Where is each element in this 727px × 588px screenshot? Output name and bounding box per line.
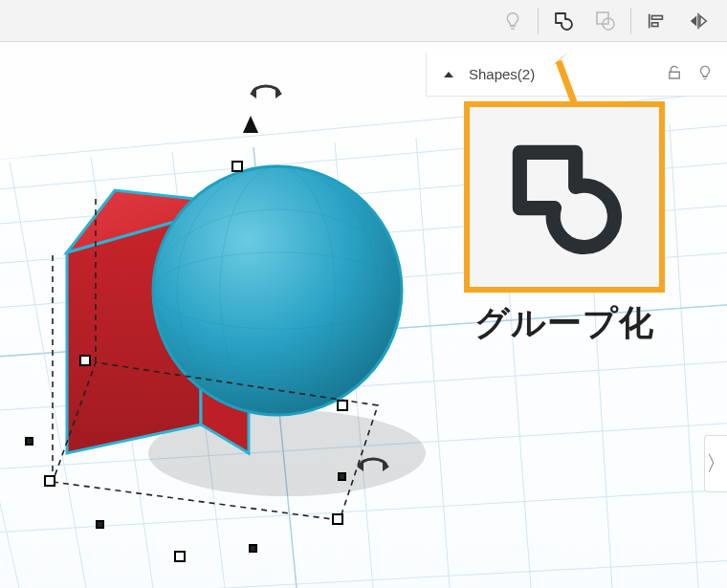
svg-line-15	[0, 166, 19, 588]
align-icon	[646, 11, 667, 32]
selection-handle[interactable]	[332, 513, 343, 525]
selection-handle[interactable]	[337, 400, 348, 411]
top-toolbar	[0, 0, 727, 42]
unlock-icon	[666, 64, 683, 81]
selection-edge-handle[interactable]	[96, 520, 104, 529]
svg-point-30	[153, 166, 402, 415]
inspector-panel: Shapes(2)	[426, 53, 727, 97]
selection-edge-handle[interactable]	[249, 544, 257, 553]
selection-handle[interactable]	[79, 355, 91, 366]
align-button[interactable]	[635, 0, 677, 42]
lightbulb-icon	[696, 64, 714, 81]
visibility-toggle[interactable]	[696, 64, 714, 84]
mirror-button[interactable]	[677, 0, 719, 42]
lock-toggle[interactable]	[666, 64, 683, 84]
selection-handle-top[interactable]	[231, 161, 243, 172]
svg-line-21	[416, 138, 450, 588]
selection-edge-handle[interactable]	[338, 472, 346, 481]
group-callout: グループ化	[464, 101, 665, 347]
ungroup-icon	[594, 10, 617, 33]
svg-line-24	[670, 123, 698, 588]
toolbar-separator	[630, 8, 631, 34]
toolbar-separator	[538, 8, 539, 34]
svg-marker-43	[444, 72, 453, 77]
svg-line-14	[0, 554, 727, 588]
hint-button	[492, 0, 534, 42]
selection-edge-handle[interactable]	[25, 437, 33, 446]
mirror-icon	[687, 11, 710, 32]
expand-panel-tab[interactable]: 〉	[704, 435, 727, 492]
ungroup-button	[584, 0, 627, 42]
selection-handle[interactable]	[174, 551, 186, 562]
group-icon	[552, 10, 575, 33]
inspector-title: Shapes(2)	[469, 66, 535, 82]
lightbulb-icon	[502, 11, 523, 32]
group-callout-box	[464, 101, 665, 293]
chevron-up-icon	[442, 68, 455, 81]
group-icon-large	[497, 130, 631, 264]
group-button[interactable]	[542, 0, 584, 42]
svg-rect-2	[651, 15, 662, 19]
svg-line-13	[0, 482, 727, 549]
svg-rect-3	[651, 22, 657, 26]
group-callout-label: グループ化	[464, 300, 665, 347]
sphere-shape[interactable]	[153, 166, 402, 415]
selection-handle[interactable]	[44, 475, 55, 487]
collapse-toggle[interactable]	[440, 66, 457, 83]
